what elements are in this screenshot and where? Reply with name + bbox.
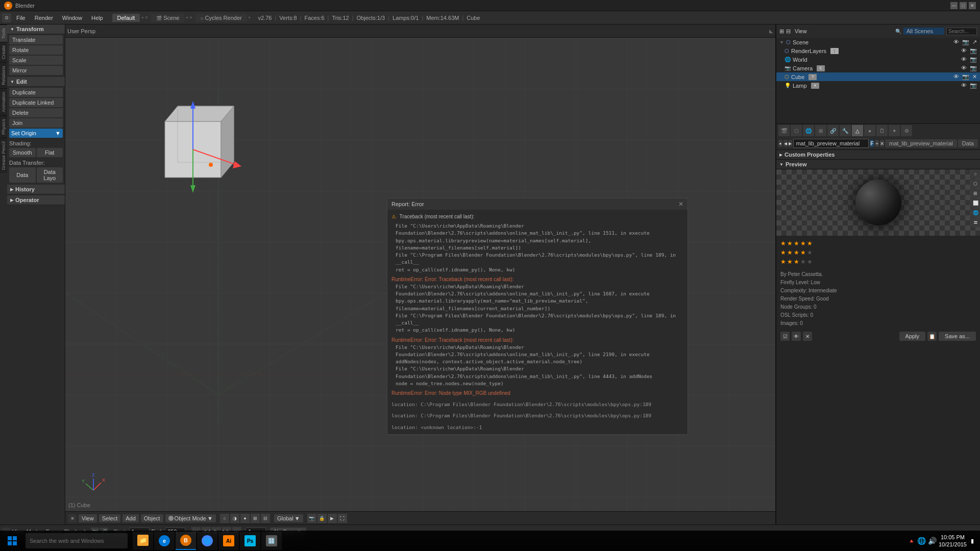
error-body[interactable]: ⚠ Traceback (most recent call last): Fil… (387, 210, 688, 434)
render-icon[interactable]: ▶ (328, 514, 337, 523)
taskbar-illustrator[interactable]: Ai (218, 532, 239, 550)
network-icon[interactable]: 🌐 (917, 537, 926, 545)
transform-section[interactable]: ▼ Transform (7, 24, 65, 34)
prop-tab-texture[interactable]: 🗒 (876, 125, 888, 136)
taskbar-blender[interactable]: B (176, 532, 196, 550)
mat-users-btn[interactable]: F (870, 140, 874, 147)
mat-nav-prev[interactable]: ◀ (783, 140, 788, 147)
outliner-icon-2[interactable]: ⊟ (786, 28, 791, 35)
menu-window[interactable]: Window (58, 14, 86, 22)
cycles-tab-add[interactable]: + (248, 15, 251, 20)
taskbar-edge[interactable]: e (154, 532, 175, 550)
outliner-icon-1[interactable]: ⊞ (779, 28, 784, 35)
scene-tab-close[interactable]: × (189, 15, 192, 20)
duplicate-button[interactable]: Duplicate (9, 88, 63, 97)
volume-icon[interactable]: 🔊 (928, 537, 937, 545)
camera-eye[interactable]: 👁 (961, 65, 967, 71)
scene-tab-add[interactable]: + (185, 15, 188, 20)
lock-icon[interactable]: 🔒 (317, 514, 327, 523)
join-button[interactable]: Join (9, 118, 63, 128)
lamp-eye[interactable]: 👁 (961, 82, 967, 89)
view-icon-4[interactable]: ⊞ (251, 514, 260, 523)
prop-tab-scene[interactable]: ⬡ (791, 125, 802, 136)
engine-icon[interactable]: ⚙ (2, 13, 11, 22)
scale-button[interactable]: Scale (9, 56, 63, 65)
object-mode-select[interactable]: Object Mode ▼ (165, 514, 216, 522)
taskbar-explorer[interactable]: 📁 (133, 532, 153, 550)
viewport-menu-icon[interactable]: ≡ (68, 514, 77, 522)
taskbar-search[interactable] (26, 533, 128, 548)
start-button[interactable] (2, 532, 22, 550)
view-icon-5[interactable]: ⊟ (261, 514, 270, 523)
rotate-button[interactable]: Rotate (9, 45, 63, 55)
mat-add-btn[interactable]: + (875, 140, 879, 147)
object-btn[interactable]: Object (141, 514, 163, 522)
global-select[interactable]: Global ▼ (274, 514, 303, 522)
cube-select-icon[interactable]: ✕ (972, 73, 977, 80)
apply-button[interactable]: Apply (899, 332, 926, 341)
preview-icon-3[interactable]: ⊞ (971, 189, 980, 198)
preview-icon-2[interactable]: ⬡ (971, 179, 980, 188)
checkbox-icon[interactable]: ☑ (780, 332, 790, 341)
preview-icon-1[interactable]: ○ (971, 169, 980, 179)
outliner-item-camera[interactable]: 📷 Camera C 👁 📷 (776, 64, 980, 72)
mat-remove-btn[interactable]: ✕ (880, 140, 884, 147)
data-button[interactable]: Data (9, 167, 36, 183)
vtab-relations[interactable]: Relations (0, 62, 7, 88)
scene-select[interactable]: ↗ (972, 39, 977, 45)
outliner-item-scene[interactable]: ▼ ⬡ Scene 👁 📷 ↗ (776, 38, 980, 46)
system-clock[interactable]: 10:05 PM 10/21/2015 (939, 534, 967, 548)
material-name-input[interactable] (793, 139, 869, 148)
tray-icon-1[interactable]: 🔺 (908, 538, 915, 544)
shading-flat-button[interactable]: Flat (37, 148, 63, 157)
prop-tab-render[interactable]: 🎬 (778, 125, 790, 136)
mat-data-label[interactable]: Data (958, 139, 978, 147)
outliner-search-input[interactable] (946, 28, 977, 35)
outliner-item-lamp[interactable]: 💡 Lamp ✕ 👁 📷 (776, 81, 980, 90)
prop-tab-object[interactable]: ⊞ (815, 125, 826, 136)
mat-data-btn[interactable]: mat_lib_preview_material (885, 139, 957, 147)
workspace-tab-default[interactable]: Default (112, 14, 140, 22)
camera-render[interactable]: 📷 (970, 65, 977, 71)
apply-icon[interactable]: 📋 (927, 332, 937, 341)
taskbar-chrome[interactable]: 🌐 (197, 532, 217, 550)
vtab-grease-pencil[interactable]: Grease Pencil (0, 138, 7, 173)
outliner-item-renderlayers[interactable]: ⬡ RenderLayers ⋮ 👁 📷 (776, 46, 980, 55)
view-btn[interactable]: View (79, 514, 97, 522)
preview-icon-5[interactable]: 🌐 (971, 208, 980, 217)
vtab-create[interactable]: Create (0, 42, 7, 62)
cube-render[interactable]: 📷 (962, 73, 969, 80)
operator-section[interactable]: ▶ Operator (7, 195, 65, 205)
shading-smooth-button[interactable]: Smooth (9, 148, 36, 157)
error-close[interactable]: ✕ (678, 201, 683, 208)
workspace-tab-add[interactable]: + (141, 15, 144, 20)
view-icon-2[interactable]: ◑ (230, 514, 239, 523)
world-render[interactable]: 📷 (970, 56, 977, 63)
menu-file[interactable]: File (12, 14, 30, 22)
select-btn[interactable]: Select (99, 514, 121, 522)
mirror-button[interactable]: Mirror (9, 66, 63, 75)
translate-button[interactable]: Translate (9, 35, 63, 44)
viewport[interactable]: User Persp ◣ (65, 24, 776, 524)
vtab-physics[interactable]: Physics (0, 115, 7, 138)
add-btn[interactable]: Add (122, 514, 139, 522)
view-icon-3[interactable]: ● (240, 514, 250, 523)
history-section[interactable]: ▶ History (7, 185, 65, 194)
close-button[interactable]: ✕ (969, 2, 976, 9)
taskbar-calc[interactable]: 🔢 (261, 532, 282, 550)
outliner-item-cube[interactable]: ⬡ Cube T 👁 📷 ✕ (776, 72, 980, 81)
workspace-tab-cycles[interactable]: ○ Cycles Render (195, 14, 247, 22)
duplicate-linked-button[interactable]: Duplicate Linked (9, 98, 63, 107)
set-origin-select[interactable]: Set Origin ▼ (9, 129, 63, 138)
prop-tab-constraints[interactable]: 🔗 (827, 125, 839, 136)
renderlayers-eye[interactable]: 👁 (961, 47, 967, 54)
workspace-tab-scene[interactable]: 🎬 Scene (151, 14, 184, 22)
view-icon-1[interactable]: ○ (220, 514, 229, 523)
workspace-tab-close[interactable]: × (145, 15, 148, 20)
preview-header[interactable]: ▼ Preview (776, 160, 980, 169)
full-icon[interactable]: ⛶ (338, 514, 347, 523)
prop-tab-material[interactable]: ● (864, 125, 875, 136)
eye-icon-small[interactable]: 👁 (792, 332, 801, 341)
outliner-item-world[interactable]: 🌐 World 👁 📷 (776, 55, 980, 64)
cube-eye[interactable]: 👁 (953, 73, 959, 80)
